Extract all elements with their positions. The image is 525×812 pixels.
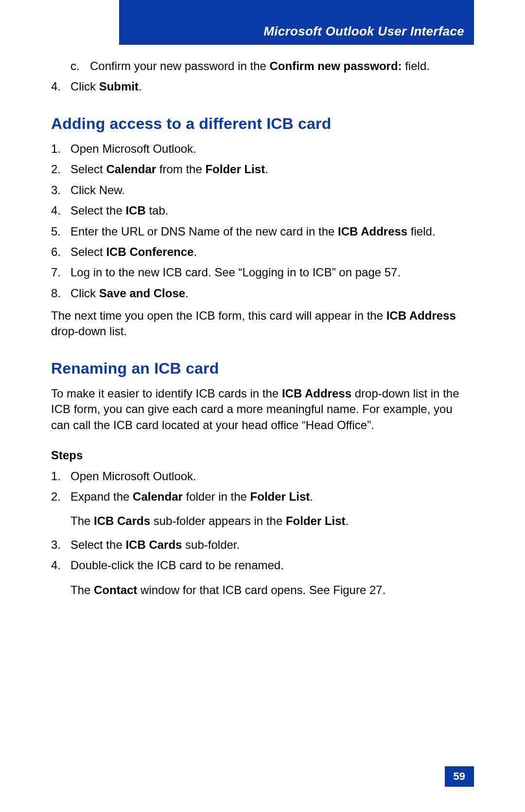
list-text: Open Microsoft Outlook. (70, 141, 474, 157)
list-item: 7. Log in to the new ICB card. See “Logg… (51, 265, 474, 280)
list-text: Click New. (70, 182, 474, 198)
list-text: Open Microsoft Outlook. (70, 469, 474, 484)
list-item: 4. Select the ICB tab. (51, 203, 474, 218)
list-item: 8. Click Save and Close. (51, 286, 474, 301)
list-marker: 8. (51, 286, 70, 301)
list-marker: 7. (51, 265, 70, 280)
list-item: 6. Select ICB Conference. (51, 244, 474, 260)
list-marker: 3. (51, 182, 70, 198)
list-item: 1. Open Microsoft Outlook. (51, 469, 474, 484)
list-marker: 3. (51, 537, 70, 553)
list-item: 4. Double-click the ICB card to be renam… (51, 558, 474, 601)
list-item: c. Confirm your new password in the Conf… (51, 58, 474, 74)
page-header-title: Microsoft Outlook User Interface (263, 24, 464, 39)
list-text: Enter the URL or DNS Name of the new car… (70, 224, 474, 239)
list-continuation: The Contact window for that ICB card ope… (70, 582, 474, 598)
list-marker: 6. (51, 244, 70, 260)
steps-label: Steps (51, 448, 474, 463)
list-text: Select the ICB Cards sub-folder. (70, 537, 474, 553)
list-item: 3. Click New. (51, 182, 474, 198)
list-text: Expand the Calendar folder in the Folder… (70, 489, 474, 532)
list-marker: 1. (51, 141, 70, 157)
document-page: Microsoft Outlook User Interface c. Conf… (0, 0, 525, 812)
list-text: Confirm your new password in the Confirm… (90, 58, 474, 74)
page-number: 59 (445, 766, 474, 787)
list-marker: 4. (51, 558, 70, 601)
list-item: 4. Click Submit. (51, 79, 474, 94)
list-text: Log in to the new ICB card. See “Logging… (70, 265, 474, 280)
list-marker: 5. (51, 224, 70, 239)
list-text: Click Save and Close. (70, 286, 474, 301)
section-heading-renaming: Renaming an ICB card (51, 358, 474, 379)
list-marker: 2. (51, 489, 70, 532)
list-text: Select Calendar from the Folder List. (70, 162, 474, 177)
list-item: 1. Open Microsoft Outlook. (51, 141, 474, 157)
list-text: Click Submit. (70, 79, 474, 94)
list-marker: 1. (51, 469, 70, 484)
list-text: Double-click the ICB card to be renamed.… (70, 558, 474, 601)
list-text: Select ICB Conference. (70, 244, 474, 260)
list-text: Select the ICB tab. (70, 203, 474, 218)
page-content: c. Confirm your new password in the Conf… (51, 54, 474, 606)
list-marker: 4. (51, 203, 70, 218)
list-item: 5. Enter the URL or DNS Name of the new … (51, 224, 474, 239)
paragraph: The next time you open the ICB form, thi… (51, 308, 474, 340)
list-item: 2. Select Calendar from the Folder List. (51, 162, 474, 177)
paragraph: To make it easier to identify ICB cards … (51, 386, 474, 433)
list-item: 3. Select the ICB Cards sub-folder. (51, 537, 474, 553)
section-heading-adding: Adding access to a different ICB card (51, 113, 474, 134)
list-marker: c. (51, 58, 90, 74)
list-marker: 4. (51, 79, 70, 94)
list-item: 2. Expand the Calendar folder in the Fol… (51, 489, 474, 532)
list-continuation: The ICB Cards sub-folder appears in the … (70, 513, 474, 529)
page-header: Microsoft Outlook User Interface (119, 0, 474, 45)
list-marker: 2. (51, 162, 70, 177)
